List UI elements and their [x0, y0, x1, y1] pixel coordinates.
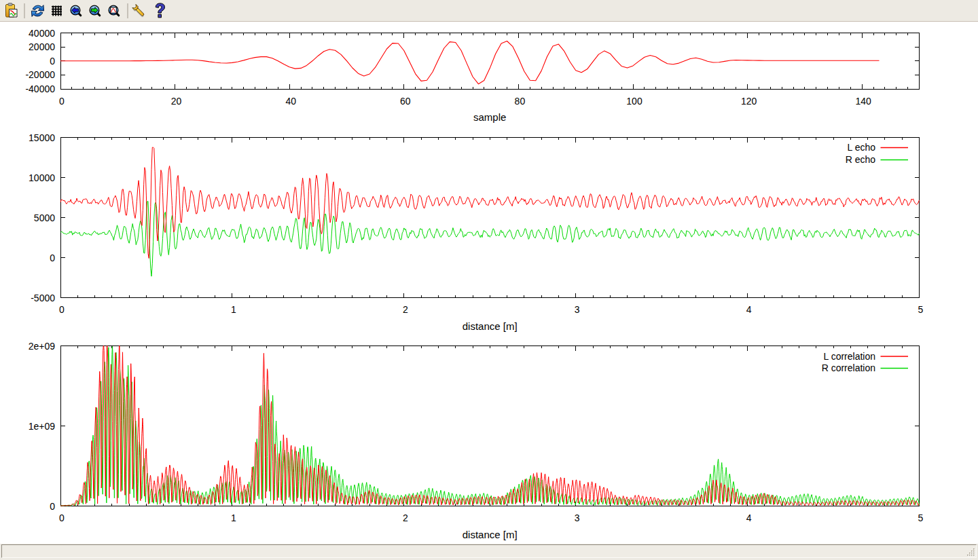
svg-text:0: 0: [59, 96, 65, 107]
svg-text:0: 0: [50, 501, 55, 512]
svg-text:40: 40: [285, 96, 296, 107]
svg-text:sample: sample: [473, 111, 506, 123]
svg-text:L echo: L echo: [847, 142, 875, 153]
svg-text:3: 3: [575, 304, 580, 315]
svg-text:100: 100: [626, 96, 642, 107]
svg-text:R echo: R echo: [846, 154, 876, 165]
svg-text:0: 0: [50, 56, 55, 67]
svg-text:0: 0: [59, 304, 65, 315]
svg-text:4: 4: [746, 512, 752, 523]
svg-text:L correlation: L correlation: [823, 351, 875, 362]
svg-text:80: 80: [515, 96, 526, 107]
svg-text:120: 120: [741, 96, 757, 107]
svg-text:-5000: -5000: [31, 293, 55, 303]
svg-text:20: 20: [171, 96, 182, 107]
svg-text:5: 5: [918, 304, 924, 315]
svg-text:2: 2: [403, 304, 408, 315]
svg-text:distance [m]: distance [m]: [463, 320, 518, 332]
svg-text:-40000: -40000: [25, 83, 55, 94]
svg-text:0: 0: [50, 253, 55, 263]
svg-text:1: 1: [231, 304, 236, 315]
svg-text:40000: 40000: [29, 28, 55, 39]
svg-text:10000: 10000: [29, 172, 55, 183]
svg-text:3: 3: [575, 512, 580, 523]
svg-text:4: 4: [746, 304, 752, 315]
svg-text:60: 60: [400, 96, 411, 107]
svg-text:1e+09: 1e+09: [29, 421, 56, 432]
svg-text:1: 1: [231, 512, 236, 523]
svg-text:2e+09: 2e+09: [29, 341, 56, 352]
svg-text:-20000: -20000: [25, 69, 55, 80]
svg-text:0: 0: [59, 512, 65, 523]
svg-text:R correlation: R correlation: [822, 362, 875, 373]
svg-text:2: 2: [403, 512, 408, 523]
svg-text:140: 140: [856, 96, 872, 107]
svg-text:20000: 20000: [29, 41, 55, 52]
svg-text:5: 5: [918, 512, 924, 523]
svg-text:distance [m]: distance [m]: [463, 529, 518, 540]
svg-text:15000: 15000: [29, 132, 55, 143]
svg-text:5000: 5000: [34, 212, 55, 223]
